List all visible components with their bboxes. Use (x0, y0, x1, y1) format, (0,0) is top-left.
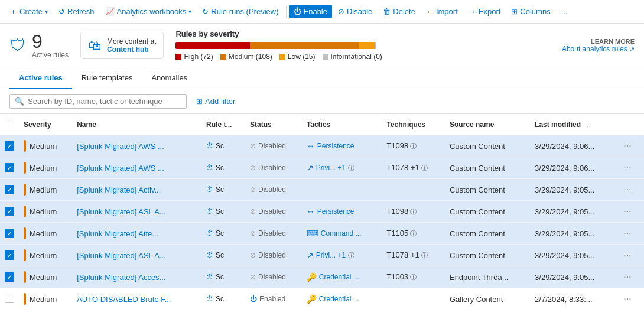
tactics-value: Persistence (317, 207, 354, 216)
tactics-cell: ↗Privi... +1 ⓘ (302, 245, 382, 266)
row-checkbox[interactable] (5, 294, 14, 303)
low-legend-item: Low (15) (279, 53, 316, 61)
row-actions-cell[interactable]: ··· (616, 157, 644, 179)
tactics-icon: ↔ (307, 207, 315, 216)
status-icon: ⊘ (250, 185, 256, 194)
import-button[interactable]: ← Import (421, 5, 463, 18)
row-checkbox-cell[interactable]: ✓ (0, 266, 19, 288)
search-input[interactable] (28, 97, 181, 106)
row-actions-cell[interactable]: ··· (616, 288, 644, 310)
severity-legend: High (72) Medium (108) Low (15) Informat… (175, 53, 550, 61)
severity-value: Medium (30, 142, 57, 151)
row-actions-cell[interactable]: ··· (616, 245, 644, 266)
name-cell[interactable]: [Splunk Migrated] ASL A... (72, 245, 201, 266)
disable-button[interactable]: ⊘ Disable (333, 5, 377, 18)
rule-type-cell: ⏱ Sc (201, 266, 245, 288)
learn-more-title: LEARN MORE (562, 38, 635, 45)
learn-more-link[interactable]: About analytics rules (562, 45, 627, 53)
schedule-icon: ⏱ (206, 273, 213, 281)
techniques-cell: T1105 ⓘ (382, 223, 445, 245)
name-cell[interactable]: [Splunk Migrated] Atte... (72, 223, 201, 245)
status-icon: ⊘ (250, 273, 256, 281)
export-button[interactable]: → Export (464, 5, 506, 18)
tactics-icon: ↗ (307, 250, 314, 260)
refresh-button[interactable]: ↺ Refresh (54, 5, 99, 18)
rule-type-cell: ⏱ Sc (201, 245, 245, 266)
source-cell: Endpoint Threa... (445, 266, 530, 288)
tactics-value: Persistence (317, 142, 354, 150)
enable-button[interactable]: ⏻ Enable (289, 5, 332, 18)
search-box[interactable]: 🔍 (9, 94, 187, 109)
name-cell[interactable]: [Splunk Migrated] Acces... (72, 266, 201, 288)
row-checkbox[interactable]: ✓ (5, 250, 14, 260)
analytics-workbooks-button[interactable]: 📈 Analytics workbooks ▾ (100, 5, 197, 18)
row-actions-cell[interactable]: ··· (616, 135, 644, 157)
tabs-bar: Active rules Rule templates Anomalies (0, 67, 644, 89)
row-checkbox-cell[interactable]: ✓ (0, 245, 19, 266)
techniques-cell: T1078 +1 ⓘ (382, 157, 445, 179)
row-checkbox[interactable]: ✓ (5, 272, 14, 282)
row-checkbox[interactable]: ✓ (5, 141, 14, 151)
row-actions-cell[interactable]: ··· (616, 201, 644, 223)
hub-line2: Content hub (107, 45, 156, 54)
row-more-button[interactable]: ··· (621, 228, 633, 238)
columns-button[interactable]: ⊞ Columns (506, 5, 555, 18)
delete-button[interactable]: 🗑 Delete (378, 5, 420, 18)
row-checkbox-cell[interactable]: ✓ (0, 179, 19, 201)
row-more-button[interactable]: ··· (621, 250, 633, 260)
row-more-button[interactable]: ··· (621, 206, 633, 216)
row-more-button[interactable]: ··· (621, 294, 633, 304)
techniques-value: T1078 +1 (386, 250, 419, 259)
row-more-button[interactable]: ··· (621, 141, 633, 151)
create-button[interactable]: ＋ Create ▾ (5, 4, 53, 19)
status-value: Disabled (258, 273, 286, 281)
row-actions-cell[interactable]: ··· (616, 179, 644, 201)
tab-rule-templates[interactable]: Rule templates (72, 67, 142, 89)
source-value: Custom Content (450, 164, 505, 172)
row-actions-cell[interactable]: ··· (616, 223, 644, 245)
row-actions-cell[interactable]: ··· (616, 266, 644, 288)
row-checkbox[interactable]: ✓ (5, 207, 14, 216)
name-cell[interactable]: [Splunk Migrated] AWS ... (72, 157, 201, 179)
tab-active-rules[interactable]: Active rules (9, 67, 72, 89)
name-cell[interactable]: AUTO DISABLED Brute F... (72, 288, 201, 310)
table-row: ✓ Medium [Splunk Migrated] Atte... ⏱ Sc … (0, 223, 644, 245)
severity-bar-indicator (24, 227, 26, 239)
row-more-button[interactable]: ··· (621, 184, 633, 194)
status-value: Disabled (258, 164, 286, 172)
row-checkbox[interactable]: ✓ (5, 163, 14, 172)
name-cell[interactable]: [Splunk Migrated] AWS ... (72, 135, 201, 157)
row-more-button[interactable]: ··· (621, 272, 633, 282)
row-checkbox[interactable]: ✓ (5, 185, 14, 194)
severity-value: Medium (30, 273, 57, 282)
name-cell[interactable]: [Splunk Migrated] ASL A... (72, 201, 201, 223)
add-filter-button[interactable]: ⊞ Add filter (191, 95, 240, 108)
table-row: ✓ Medium [Splunk Migrated] AWS ... ⏱ Sc … (0, 157, 644, 179)
row-checkbox-cell[interactable]: ✓ (0, 223, 19, 245)
select-all-checkbox[interactable] (5, 119, 14, 128)
row-checkbox[interactable]: ✓ (5, 229, 14, 238)
status-value: Enabled (259, 295, 285, 303)
row-checkbox-cell[interactable] (0, 288, 19, 310)
row-checkbox-cell[interactable]: ✓ (0, 135, 19, 157)
import-icon: ← (426, 7, 434, 16)
severity-high-bar (175, 42, 250, 49)
row-more-button[interactable]: ··· (621, 162, 633, 172)
refresh-icon: ↺ (58, 7, 65, 16)
learn-more-block: LEARN MORE About analytics rules ↗ (562, 38, 635, 53)
table-row: ✓ Medium [Splunk Migrated] Activ... ⏱ Sc… (0, 179, 644, 201)
tactics-value: Credential ... (319, 295, 359, 303)
severity-cell: Medium (19, 157, 72, 179)
severity-bar-indicator (24, 293, 26, 305)
tab-anomalies[interactable]: Anomalies (142, 67, 197, 89)
info-icon: ⓘ (408, 142, 417, 149)
name-cell[interactable]: [Splunk Migrated] Activ... (72, 179, 201, 201)
row-checkbox-cell[interactable]: ✓ (0, 201, 19, 223)
rule-type-cell: ⏱ Sc (201, 288, 245, 310)
select-all-header[interactable] (0, 114, 19, 135)
rule-runs-button[interactable]: ↻ Rule runs (Preview) (197, 5, 283, 18)
more-options-button[interactable]: ... (557, 5, 573, 18)
row-checkbox-cell[interactable]: ✓ (0, 157, 19, 179)
enable-icon: ⏻ (294, 7, 301, 16)
content-hub-block[interactable]: 🛍 More content at Content hub (80, 32, 164, 59)
